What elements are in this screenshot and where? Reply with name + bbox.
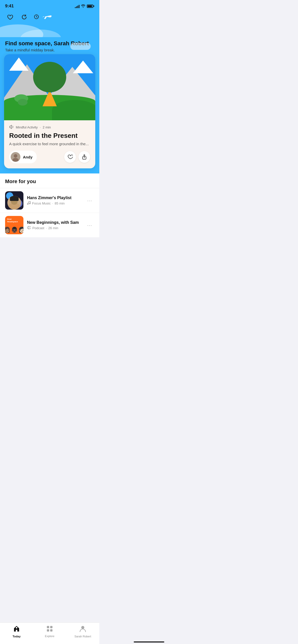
card-body: Mindful Activity · 2 min Rooted in the P… <box>4 120 95 168</box>
heart-icon[interactable] <box>5 12 15 22</box>
hans-zimmer-thumbnail <box>5 191 23 210</box>
status-time: 9:41 <box>5 4 14 9</box>
status-bar: 9:41 <box>0 0 99 9</box>
author-name: Andy <box>23 155 33 159</box>
wifi-icon <box>81 4 85 8</box>
card-description: A quick exercise to feel more grounded i… <box>9 142 90 146</box>
hero-icons-row <box>0 9 99 22</box>
mountain-left-snow <box>9 57 29 71</box>
new-beginnings-meta: Podcast · 26 min <box>27 226 82 230</box>
share-button[interactable] <box>78 151 90 163</box>
new-beginnings-category: Podcast <box>32 226 44 230</box>
status-icons <box>75 4 94 8</box>
section-title: More for you <box>0 179 99 188</box>
card-category: Mindful Activity <box>16 125 38 129</box>
svg-point-9 <box>29 203 30 204</box>
list-item[interactable]: Hans Zimmer's Playlist Focus Music · 85 … <box>0 188 99 213</box>
card-author[interactable]: Andy <box>9 151 37 163</box>
thumbnail-label: DearHeadspace <box>6 217 19 223</box>
hans-zimmer-info: Hans Zimmer's Playlist Focus Music · 85 … <box>27 196 82 206</box>
signal-icon <box>75 4 79 8</box>
hans-zimmer-title: Hans Zimmer's Playlist <box>27 196 82 200</box>
card-footer: Andy <box>9 151 90 163</box>
hans-zimmer-meta: Focus Music · 85 min <box>27 201 82 206</box>
svg-rect-7 <box>10 196 19 201</box>
featured-card-wrapper: Mindful Activity · 2 min Rooted in the P… <box>0 54 99 173</box>
hero-text-area: Find some space, Sarah Robert Take a min… <box>0 37 99 54</box>
dear-more-button[interactable]: ··· <box>85 221 94 229</box>
hero-pill-decoration <box>70 43 91 50</box>
refresh-icon[interactable] <box>19 12 29 22</box>
thumbnail-faces: 👩🏽👨🏿👩🏻 <box>5 227 23 234</box>
dear-headspace-info: New Beginnings, with Sam Podcast · 26 mi… <box>27 220 82 230</box>
podcast-audio-icon <box>27 226 31 230</box>
card-duration: 2 min <box>43 125 51 129</box>
svg-point-2 <box>14 154 17 158</box>
audio-icon <box>9 125 14 130</box>
hans-more-button[interactable]: ··· <box>85 197 94 204</box>
card-dot: · <box>40 125 41 129</box>
hans-category: Focus Music <box>32 201 51 205</box>
author-avatar <box>11 152 20 162</box>
hans-duration: 85 min <box>55 201 65 205</box>
list-item[interactable]: DearHeadspace 👩🏽👨🏿👩🏻 New Beginnings, wit… <box>0 213 99 237</box>
bush <box>14 94 28 106</box>
featured-card[interactable]: Mindful Activity · 2 min Rooted in the P… <box>4 54 95 168</box>
tree <box>33 62 66 106</box>
new-beginnings-title: New Beginnings, with Sam <box>27 220 82 225</box>
more-for-you-section: More for you Hans Zimmer's <box>0 173 99 237</box>
card-actions <box>64 151 90 163</box>
card-meta: Mindful Activity · 2 min <box>9 125 90 130</box>
like-button[interactable] <box>64 151 76 163</box>
svg-point-8 <box>27 203 28 204</box>
dear-headspace-thumbnail: DearHeadspace 👩🏽👨🏿👩🏻 <box>5 216 23 234</box>
music-icon <box>27 201 31 206</box>
battery-icon <box>87 5 94 8</box>
card-title: Rooted in the Present <box>9 132 90 140</box>
new-beginnings-duration: 26 min <box>48 226 58 230</box>
mountain-right-snow <box>73 61 93 73</box>
plane-with-clock-icon[interactable] <box>34 13 53 21</box>
card-image <box>4 54 95 120</box>
